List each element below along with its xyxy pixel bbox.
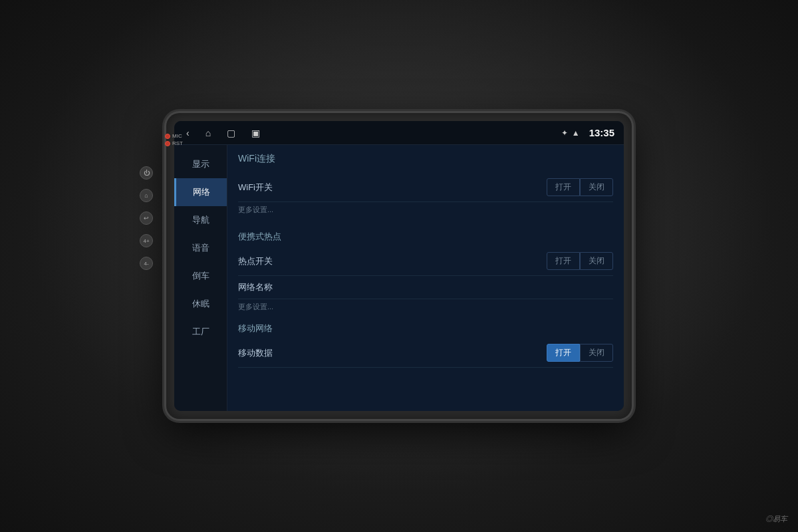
status-bar: ‹ ⌂ ▢ ▣ ✦ ▲ 13:35 xyxy=(174,121,624,145)
hotspot-off-button[interactable]: 关闭 xyxy=(580,252,613,270)
screen-frame: MIC RST ⏻ ⌂ ↩ 4+ 4- ‹ ⌂ ▢ ▣ ✦ xyxy=(166,113,632,419)
hotspot-name-row: 网络名称 xyxy=(238,276,613,299)
wifi-off-button[interactable]: 关闭 xyxy=(580,178,613,196)
clock: 13:35 xyxy=(589,127,614,138)
sidebar-item-voice[interactable]: 语音 xyxy=(174,234,227,262)
rst-indicator xyxy=(165,141,170,146)
wifi-section-title: WiFi连接 xyxy=(238,153,613,165)
mobile-data-row: 移动数据 打开 关闭 xyxy=(238,338,613,368)
bluetooth-icon: ✦ xyxy=(561,128,568,138)
main-content: 显示 网络 导航 语音 倒车 休眠 xyxy=(174,145,624,411)
vol-down-button[interactable]: 4- xyxy=(140,257,153,270)
sidebar-item-reverse[interactable]: 倒车 xyxy=(174,262,227,290)
hotspot-network-name-label: 网络名称 xyxy=(238,281,613,293)
mic-indicator xyxy=(165,134,170,139)
home-button[interactable]: ⌂ xyxy=(140,189,153,202)
settings-sidebar: 显示 网络 导航 语音 倒车 休眠 xyxy=(174,145,227,411)
power-button[interactable]: ⏻ xyxy=(140,166,153,180)
status-icons: ✦ ▲ 13:35 xyxy=(561,127,614,138)
back-nav-button[interactable]: ‹ xyxy=(184,126,192,140)
rst-label: RST xyxy=(172,140,183,146)
left-physical-controls: ⏻ ⌂ ↩ 4+ 4- xyxy=(140,166,153,270)
home-nav-button[interactable]: ⌂ xyxy=(203,126,213,140)
hotspot-switch-row: 热点开关 打开 关闭 xyxy=(238,247,613,276)
wifi-section: WiFi连接 WiFi开关 打开 关闭 更多设置... xyxy=(238,153,613,220)
hotspot-switch-label: 热点开关 xyxy=(238,255,547,267)
wifi-switch-label: WiFi开关 xyxy=(238,182,547,194)
recents-nav-button[interactable]: ▢ xyxy=(224,126,238,140)
hotspot-on-button[interactable]: 打开 xyxy=(547,252,580,270)
mobile-toggle-group: 打开 关闭 xyxy=(547,344,613,362)
sidebar-item-sleep[interactable]: 休眠 xyxy=(174,290,227,318)
sidebar-item-display[interactable]: 显示 xyxy=(174,150,227,178)
mobile-data-label: 移动数据 xyxy=(238,347,547,359)
car-dashboard: MIC RST ⏻ ⌂ ↩ 4+ 4- ‹ ⌂ ▢ ▣ ✦ xyxy=(0,0,798,532)
back-button[interactable]: ↩ xyxy=(140,211,153,225)
sidebar-item-navi[interactable]: 导航 xyxy=(174,206,227,234)
vol-up-button[interactable]: 4+ xyxy=(140,234,153,247)
mic-label: MIC xyxy=(172,133,182,139)
hotspot-toggle-group: 打开 关闭 xyxy=(547,252,613,270)
wifi-more-settings[interactable]: 更多设置... xyxy=(238,202,613,220)
hotspot-section: 便携式热点 热点开关 打开 关闭 网络名称 更多设置... xyxy=(238,231,613,317)
infotainment-screen: ‹ ⌂ ▢ ▣ ✦ ▲ 13:35 显示 网络 xyxy=(174,121,624,411)
signal-icon: ▲ xyxy=(572,128,580,138)
sidebar-item-network[interactable]: 网络 xyxy=(174,178,227,206)
hotspot-section-title: 便携式热点 xyxy=(238,231,613,243)
network-settings-panel: WiFi连接 WiFi开关 打开 关闭 更多设置... 便携式热点 xyxy=(227,145,624,411)
mobile-off-button[interactable]: 关闭 xyxy=(580,344,613,362)
mobile-on-button[interactable]: 打开 xyxy=(547,344,580,362)
sidebar-item-factory[interactable]: 工厂 xyxy=(174,318,227,346)
wifi-on-button[interactable]: 打开 xyxy=(547,178,580,196)
mobile-section-title: 移动网络 xyxy=(238,323,613,334)
wifi-switch-row: WiFi开关 打开 关闭 xyxy=(238,173,613,202)
mobile-section: 移动网络 移动数据 打开 关闭 xyxy=(238,323,613,368)
wifi-toggle-group: 打开 关闭 xyxy=(547,178,613,196)
sd-nav-button[interactable]: ▣ xyxy=(249,126,263,140)
hotspot-more-settings[interactable]: 更多设置... xyxy=(238,299,613,317)
watermark: ◎易车 xyxy=(765,514,787,524)
